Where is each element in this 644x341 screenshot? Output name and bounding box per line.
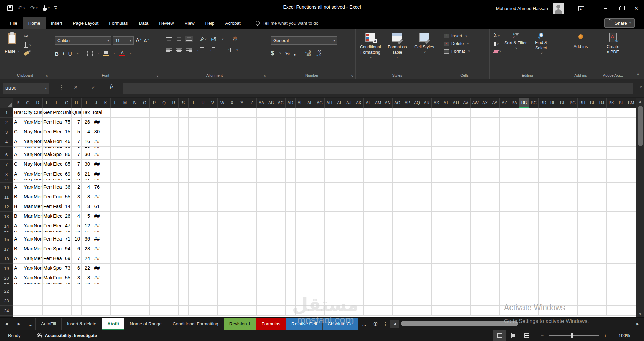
cell-AC21[interactable]: [276, 283, 286, 286]
cell-L22[interactable]: [111, 286, 120, 296]
cell-AR23[interactable]: [422, 296, 432, 306]
cell-S8[interactable]: [179, 169, 189, 179]
cell-AO5[interactable]: [393, 147, 402, 150]
cell-BC9[interactable]: [529, 179, 539, 183]
cell-AI15[interactable]: [334, 231, 344, 234]
cell-AF17[interactable]: [305, 244, 315, 254]
cell-BH14[interactable]: [578, 221, 587, 231]
cell-AW18[interactable]: [471, 254, 480, 264]
cell-C5[interactable]: Yangon: [23, 147, 33, 150]
cell-AG20[interactable]: [315, 273, 325, 283]
cell-D7[interactable]: Normal: [33, 160, 43, 169]
cell-B14[interactable]: A: [13, 221, 23, 231]
cell-AS17[interactable]: [432, 244, 441, 254]
fill-color-chevron[interactable]: ˅: [114, 52, 115, 55]
cell-BK10[interactable]: [607, 183, 616, 192]
cell-BF21[interactable]: [558, 283, 568, 286]
cell-Y22[interactable]: [237, 286, 247, 296]
cell-BF1[interactable]: [558, 108, 568, 118]
cell-E14[interactable]: Female: [43, 221, 52, 231]
cell-AC11[interactable]: [276, 192, 286, 202]
cell-AN9[interactable]: [383, 179, 393, 183]
cell-AC23[interactable]: [276, 296, 286, 306]
cell-AX4[interactable]: [480, 137, 490, 147]
cell-AD1[interactable]: [286, 108, 296, 118]
column-header-BM[interactable]: BM: [626, 98, 636, 108]
cell-AB9[interactable]: [266, 179, 276, 183]
cell-BA17[interactable]: [509, 244, 519, 254]
cell-BI8[interactable]: [587, 169, 597, 179]
cell-R12[interactable]: [169, 202, 179, 212]
cell-BB22[interactable]: [519, 286, 529, 296]
cell-AO11[interactable]: [393, 192, 402, 202]
cell-AG15[interactable]: [315, 231, 325, 234]
cell-O18[interactable]: [140, 254, 150, 264]
cell-AG22[interactable]: [315, 286, 325, 296]
cell-J10[interactable]: 76: [91, 183, 101, 192]
cell-N8[interactable]: [130, 169, 140, 179]
cell-BA2[interactable]: [509, 118, 519, 127]
cell-P22[interactable]: [150, 286, 159, 296]
cell-O11[interactable]: [140, 192, 150, 202]
cell-AH3[interactable]: [325, 127, 334, 137]
restore-button[interactable]: [613, 0, 629, 17]
cell-BL16[interactable]: [616, 234, 626, 244]
cell-I21[interactable]: 10: [82, 283, 91, 286]
cell-BC13[interactable]: [529, 212, 539, 221]
cell-Z9[interactable]: [247, 179, 257, 183]
cell-BD11[interactable]: [539, 192, 548, 202]
create-pdf-button[interactable]: Createa PDF: [607, 44, 620, 55]
cell-AF24[interactable]: [305, 306, 315, 316]
cell-AU22[interactable]: [451, 286, 461, 296]
cell-BH2[interactable]: [578, 118, 587, 127]
cell-J22[interactable]: [91, 286, 101, 296]
cell-C14[interactable]: Yangon: [23, 221, 33, 231]
cell-BL20[interactable]: [616, 273, 626, 283]
cell-S16[interactable]: [179, 234, 189, 244]
cell-AH9[interactable]: [325, 179, 334, 183]
cell-AQ3[interactable]: [412, 127, 422, 137]
cell-BC23[interactable]: [529, 296, 539, 306]
cell-W13[interactable]: [218, 212, 227, 221]
cell-F9[interactable]: Home and lifestyle: [52, 179, 62, 183]
cell-AM18[interactable]: [373, 254, 383, 264]
cell-AS6[interactable]: [432, 150, 441, 160]
cell-X9[interactable]: [227, 179, 237, 183]
cell-BI5[interactable]: [587, 147, 597, 150]
cell-AT13[interactable]: [441, 212, 451, 221]
cell-BB3[interactable]: [519, 127, 529, 137]
cell-AQ4[interactable]: [412, 137, 422, 147]
cell-BF11[interactable]: [558, 192, 568, 202]
tab-formulas[interactable]: Formulas: [104, 17, 133, 29]
cell-AX3[interactable]: [480, 127, 490, 137]
cell-AB13[interactable]: [266, 212, 276, 221]
cell-BK15[interactable]: [607, 231, 616, 234]
cell-H14[interactable]: 5: [72, 221, 82, 231]
cell-E16[interactable]: Female: [43, 234, 52, 244]
cell-M2[interactable]: [120, 118, 130, 127]
cell-AQ20[interactable]: [412, 273, 422, 283]
cell-E11[interactable]: Female: [43, 192, 52, 202]
cell-BF18[interactable]: [558, 254, 568, 264]
cell-I22[interactable]: [82, 286, 91, 296]
cell-BJ24[interactable]: [597, 306, 607, 316]
column-header-BB[interactable]: BB: [519, 98, 529, 108]
cell-AC10[interactable]: [276, 183, 286, 192]
cell-Q22[interactable]: [159, 286, 169, 296]
cell-W23[interactable]: [218, 296, 227, 306]
cell-BE4[interactable]: [548, 137, 558, 147]
cell-AG17[interactable]: [315, 244, 325, 254]
cell-BC24[interactable]: [529, 306, 539, 316]
formula-bar-grip-icon[interactable]: ⋮: [59, 84, 64, 90]
cell-R23[interactable]: [169, 296, 179, 306]
cell-AX6[interactable]: [480, 150, 490, 160]
cell-BK20[interactable]: [607, 273, 616, 283]
cell-AR14[interactable]: [422, 221, 432, 231]
cell-H8[interactable]: 6: [72, 169, 82, 179]
cell-BC18[interactable]: [529, 254, 539, 264]
cell-BK5[interactable]: [607, 147, 616, 150]
cell-AU4[interactable]: [451, 137, 461, 147]
cell-AU23[interactable]: [451, 296, 461, 306]
cell-D3[interactable]: Normal: [33, 127, 43, 137]
cell-AE13[interactable]: [296, 212, 305, 221]
